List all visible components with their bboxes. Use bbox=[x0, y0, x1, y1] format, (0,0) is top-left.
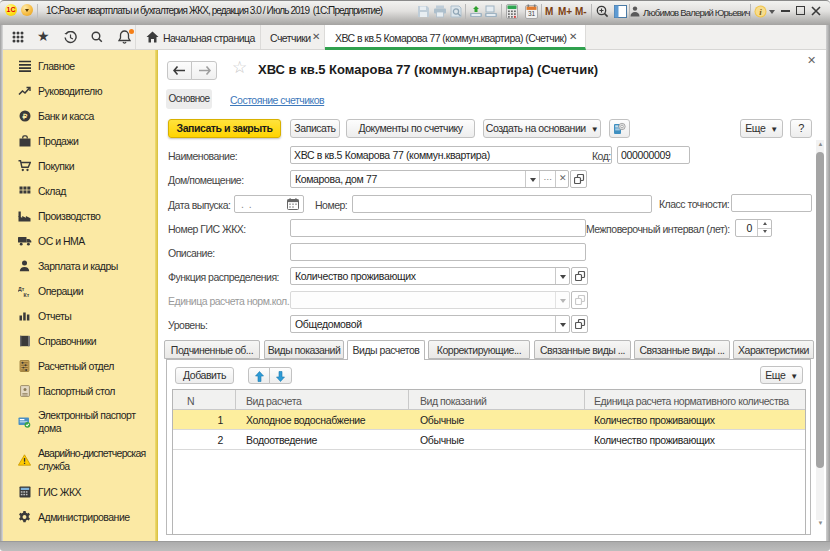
svg-text:31: 31 bbox=[528, 10, 536, 17]
svg-text:₽: ₽ bbox=[22, 111, 27, 120]
svg-text:Кт: Кт bbox=[24, 291, 30, 297]
